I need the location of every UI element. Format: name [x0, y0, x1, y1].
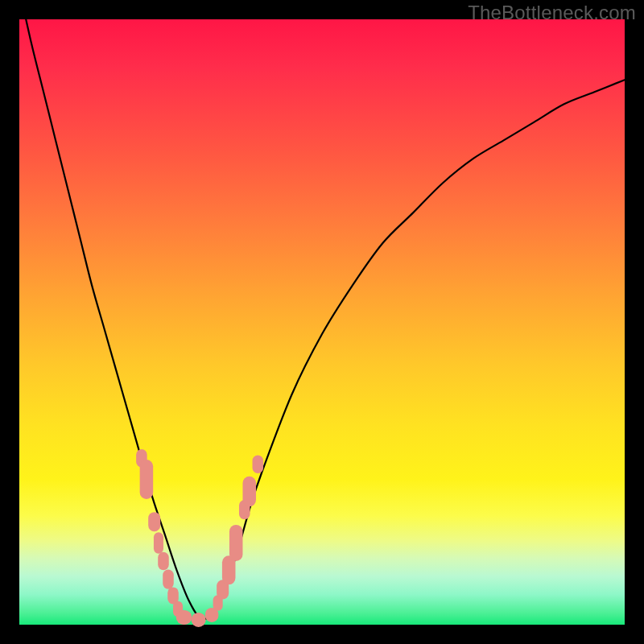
- highlight-markers: [136, 449, 263, 627]
- highlight-blob: [163, 570, 174, 589]
- watermark-text: TheBottleneck.com: [468, 2, 636, 24]
- highlight-blob: [253, 455, 264, 473]
- highlight-blob: [158, 552, 169, 571]
- chart-svg: [19, 19, 625, 625]
- highlight-blob: [229, 525, 243, 561]
- highlight-blob: [192, 613, 206, 627]
- chart-plot-area: [19, 19, 625, 625]
- highlight-blob: [140, 460, 154, 499]
- highlight-blob: [154, 532, 163, 553]
- highlight-blob: [176, 610, 192, 625]
- highlight-blob: [242, 477, 256, 507]
- highlight-blob: [148, 512, 160, 531]
- bottleneck-curve: [19, 0, 625, 619]
